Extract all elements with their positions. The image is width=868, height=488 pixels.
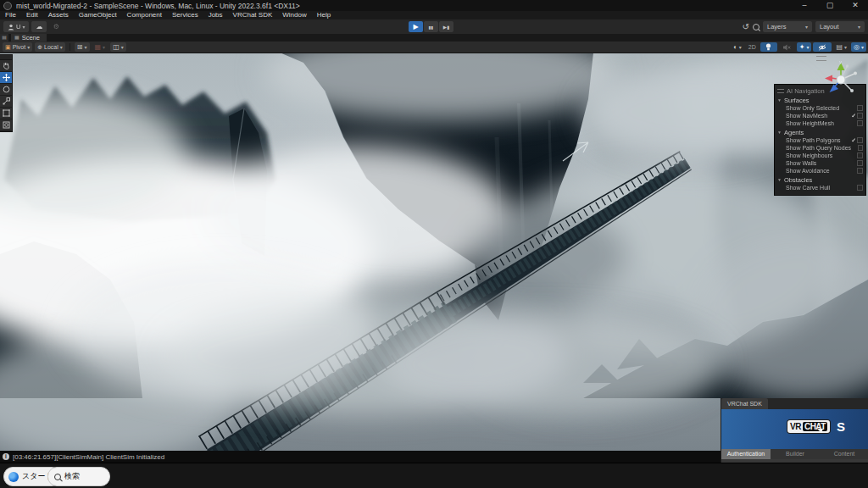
vrchat-logo: VR CHAT S [787, 419, 845, 434]
tab-builder[interactable]: Builder [771, 449, 820, 459]
unity-logo-icon [3, 2, 12, 10]
gizmo-y-label: y [839, 59, 842, 64]
panel-menu-icon[interactable]: ▤ [0, 34, 8, 42]
collapse-triangle-icon: ▼ [777, 177, 782, 182]
menu-item-component[interactable]: Component [122, 11, 167, 19]
chevron-down-icon: ▾ [861, 44, 864, 50]
menu-item-file[interactable]: File [0, 11, 21, 19]
panel-drag-handle[interactable] [777, 89, 784, 93]
scale-tool[interactable] [0, 96, 12, 108]
play-button[interactable]: ▶ [409, 21, 423, 32]
scene-viewport[interactable] [0, 53, 868, 451]
layers-label: Layers [767, 23, 787, 30]
layout-dropdown[interactable]: Layout ▾ [815, 21, 865, 32]
effects-dropdown[interactable]: ✦ ▾ [797, 42, 812, 52]
move-tool[interactable] [0, 72, 12, 84]
window-title: mist_world-Migrated-2 - SampleScene - Wi… [16, 2, 300, 10]
snap-increment-dropdown[interactable]: ▦ ▾ [92, 42, 108, 52]
menu-item-services[interactable]: Services [167, 11, 203, 19]
menu-item-window[interactable]: Window [277, 11, 311, 19]
snap-toggle-dropdown[interactable]: ◫ ▾ [110, 42, 126, 52]
menu-item-vrchat-sdk[interactable]: VRChat SDK [228, 11, 278, 19]
search-icon [54, 474, 61, 480]
checkbox[interactable] [858, 145, 863, 151]
gizmos-dropdown[interactable]: ◎ ▾ [851, 42, 866, 52]
layers-dropdown[interactable]: Layers ▾ [763, 21, 812, 32]
gizmos-icon: ◎ [854, 44, 860, 51]
speaker-muted-icon [783, 44, 791, 51]
vrchat-banner: VR CHAT S [721, 409, 868, 449]
menu-item-edit[interactable]: Edit [21, 11, 43, 19]
scene-orientation-gizmo[interactable]: y [819, 59, 863, 98]
settings-button[interactable]: ⚙ [49, 21, 63, 32]
menu-item-help[interactable]: Help [312, 11, 336, 19]
checkbox[interactable] [857, 168, 863, 174]
checkbox[interactable] [857, 113, 863, 119]
shading-icon: ◐ [733, 44, 737, 51]
camera-dropdown[interactable]: ▤ ▾ [833, 42, 849, 52]
checkbox[interactable] [857, 137, 863, 143]
tab-content-manager[interactable]: Content [820, 449, 868, 459]
shading-mode-dropdown[interactable]: ◐ ▾ [731, 42, 744, 52]
checkbox[interactable] [857, 185, 863, 191]
step-button[interactable]: ▶▮ [439, 21, 453, 32]
hidden-objects-toggle[interactable] [813, 42, 832, 52]
snap-grid-icon: ▦ [95, 44, 102, 51]
layout-label: Layout [820, 23, 839, 30]
rect-icon [3, 109, 10, 117]
transform-icon [3, 121, 10, 129]
grid-visibility-dropdown[interactable]: ⊞ ▾ [75, 42, 90, 52]
vrchat-sdk-window: VRChat SDK VR CHAT S Authentication Buil… [721, 398, 868, 463]
check-icon: ✓ [849, 113, 856, 119]
info-icon: i [3, 453, 9, 460]
search-icon[interactable] [753, 24, 760, 30]
checkbox[interactable] [857, 152, 863, 158]
play-icon: ▶ [413, 23, 418, 30]
rotate-tool[interactable] [0, 84, 12, 96]
tab-scene[interactable]: ▦ Scene [11, 34, 47, 42]
chevron-down-icon: ▾ [805, 24, 808, 30]
maximize-button[interactable]: ▢ [817, 0, 843, 11]
account-button[interactable]: U ▾ [3, 21, 29, 32]
windows-start-icon [8, 472, 19, 482]
tab-authentication[interactable]: Authentication [721, 449, 771, 459]
minimize-button[interactable]: – [792, 0, 817, 11]
grid-icon: ⊞ [77, 44, 83, 51]
menu-item-jobs[interactable]: Jobs [203, 11, 228, 19]
scene-tab-icon: ▦ [14, 34, 19, 42]
scene-tab-label: Scene [22, 34, 40, 42]
transform-tool[interactable] [0, 119, 12, 131]
taskbar: スタート 検索 1 @ @ CC ◈ ^ A 3:48 2023/12/2 [0, 463, 868, 488]
lighting-toggle[interactable] [760, 42, 777, 52]
local-dropdown[interactable]: ⊕ Local ▾ [35, 42, 65, 52]
chevron-down-icon: ▾ [85, 44, 87, 50]
nav-option-row: Show Path Query Nodes [777, 144, 863, 152]
menu-bar: File Edit Assets GameObject Component Se… [0, 11, 868, 19]
hand-tool[interactable] [0, 60, 12, 72]
vrchat-banner-text: S [837, 419, 845, 434]
pivot-dropdown[interactable]: ▣ Pivot ▾ [3, 42, 32, 52]
checkbox[interactable] [857, 120, 863, 126]
camera-icon: ▤ [836, 44, 843, 51]
pause-button[interactable]: ▮▮ [424, 21, 438, 32]
chevron-down-icon: ▾ [806, 44, 809, 50]
tool-strip [0, 54, 13, 132]
search-box[interactable]: 検索 [47, 467, 110, 486]
rect-tool[interactable] [0, 108, 12, 119]
checkbox[interactable] [857, 105, 863, 111]
menu-item-assets[interactable]: Assets [43, 11, 74, 19]
undo-history-button[interactable]: ↺ [743, 22, 749, 31]
2d-toggle[interactable]: 2D [746, 42, 759, 52]
nav-option-row: Show Only Selected [777, 104, 863, 112]
move-icon [3, 74, 10, 81]
section-agents[interactable]: ▼ Agents [777, 128, 863, 136]
tab-vrchat-sdk[interactable]: VRChat SDK [721, 398, 768, 409]
section-obstacles[interactable]: ▼ Obstacles [777, 175, 863, 184]
scene-tab-bar: ▤ ▦ Scene [0, 34, 868, 42]
pivot-label: Pivot [13, 44, 26, 50]
cloud-services-button[interactable]: ☁ [31, 21, 47, 32]
menu-item-gameobject[interactable]: GameObject [74, 11, 122, 19]
audio-toggle[interactable] [779, 42, 795, 52]
checkbox[interactable] [857, 160, 863, 166]
close-button[interactable]: ✕ [843, 0, 868, 11]
